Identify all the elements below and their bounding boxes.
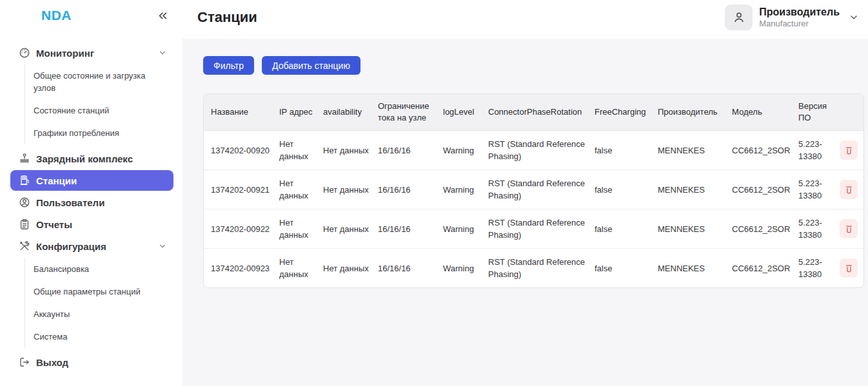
column-header: Производитель: [655, 94, 729, 131]
table-cell: Warning: [440, 131, 485, 170]
column-header: FreeCharging: [591, 94, 655, 131]
table-header: НазваниеIP адресavailabilityОграничение …: [204, 94, 864, 131]
table-cell: RST (Standard Reference Phasing): [485, 170, 591, 209]
sidebar-item-monitoring[interactable]: Мониторинг: [10, 43, 173, 63]
sidebar-item-stations[interactable]: Станции: [10, 170, 173, 191]
column-header: logLevel: [440, 94, 485, 131]
stations-table: НазваниеIP адресavailabilityОграничение …: [204, 94, 864, 287]
sidebar-item-label: Станции: [36, 175, 77, 186]
table-cell: 5.223-13380: [795, 249, 833, 287]
table-cell: 1374202-00921: [204, 170, 276, 209]
logout-icon: [19, 356, 30, 368]
table-cell: Нет данных: [276, 170, 320, 209]
column-header: Ограничение тока на узле: [375, 94, 440, 131]
sidebar-subitem[interactable]: Общие параметры станций: [34, 280, 159, 303]
table-row: 1374202-00923Нет данныхНет данных16/16/1…: [204, 249, 864, 287]
table-cell: Нет данных: [276, 131, 320, 170]
sidebar-nav: Мониторинг Общее состояние и загрузка уз…: [0, 26, 182, 372]
sidebar-subitem[interactable]: Графики потребления: [34, 122, 159, 144]
sidebar-item-label: Зарядный комплекс: [36, 153, 133, 164]
sidebar-subitem[interactable]: Общее состояние и загрузка узлов: [34, 64, 159, 99]
content-area: Фильтр Добавить станцию НазваниеIP адрес…: [182, 39, 868, 386]
table-cell: Нет данных: [276, 209, 320, 249]
add-station-button[interactable]: Добавить станцию: [262, 56, 360, 75]
column-header-actions: [833, 94, 864, 131]
column-header: Версия ПО: [795, 94, 833, 131]
avatar: [725, 5, 753, 30]
user-circle-icon: [19, 197, 30, 208]
table-cell: 16/16/16: [375, 131, 440, 170]
table-cell: Warning: [440, 249, 485, 287]
delete-station-button[interactable]: [840, 180, 858, 199]
sidebar-item-label: Мониторинг: [36, 48, 94, 59]
table-cell: 5.223-13380: [795, 209, 833, 249]
sidebar-item-users[interactable]: Пользователи: [10, 192, 173, 213]
trash-icon: [844, 224, 854, 234]
top-bar: Станции Производитель Manufacturer: [182, 0, 868, 39]
delete-station-button[interactable]: [840, 258, 858, 278]
chevron-down-icon[interactable]: [849, 12, 859, 23]
chevron-down-icon: [158, 242, 167, 251]
table-cell: false: [591, 170, 655, 209]
actions-cell: [833, 209, 864, 249]
collapse-sidebar-icon[interactable]: [157, 10, 168, 21]
app-root: NDA Мониторинг Общее состояние и загрузк…: [0, 0, 868, 386]
table-cell: MENNEKES: [655, 209, 729, 249]
column-header: Название: [204, 94, 276, 131]
tools-icon: [19, 240, 30, 252]
table-cell: RST (Standard Reference Phasing): [485, 131, 591, 170]
table-row: 1374202-00920Нет данныхНет данных16/16/1…: [204, 131, 864, 170]
column-header: ConnectorPhaseRotation: [485, 94, 591, 131]
table-cell: MENNEKES: [655, 131, 729, 170]
user-info: Производитель Manufacturer: [759, 6, 840, 29]
configuration-subitems: БалансировкаОбщие параметры станцийАккау…: [25, 258, 173, 348]
delete-station-button[interactable]: [840, 140, 858, 160]
table-cell: CC6612_2SOR: [729, 209, 795, 249]
sidebar-item-charging-complex[interactable]: Зарядный комплекс: [10, 148, 173, 169]
toolbar: Фильтр Добавить станцию: [203, 56, 864, 75]
gauge-icon: [19, 47, 30, 59]
table-cell: false: [591, 131, 655, 170]
user-menu[interactable]: Производитель Manufacturer: [725, 5, 859, 30]
table-cell: 5.223-13380: [795, 131, 833, 170]
table-cell: 1374202-00923: [204, 249, 276, 287]
sidebar-item-reports[interactable]: Отчеты: [10, 214, 173, 235]
sidebar-subitem[interactable]: Система: [34, 325, 159, 348]
actions-cell: [833, 170, 864, 209]
table-cell: CC6612_2SOR: [729, 170, 795, 209]
actions-cell: [833, 131, 864, 170]
table-cell: MENNEKES: [655, 249, 729, 287]
sidebar-item-label: Отчеты: [36, 219, 72, 230]
user-role: Manufacturer: [759, 19, 840, 29]
table-cell: 1374202-00922: [204, 209, 276, 249]
table-cell: 5.223-13380: [795, 170, 833, 209]
clipboard-icon: [19, 218, 30, 230]
chevron-down-icon: [158, 48, 167, 57]
charging-station-icon: [19, 175, 30, 186]
sidebar-subitem[interactable]: Состояние станций: [34, 99, 159, 122]
table-cell: Warning: [440, 170, 485, 209]
table-cell: Нет данных: [276, 249, 320, 287]
monitoring-subitems: Общее состояние и загрузка узловСостояни…: [25, 64, 173, 144]
table-cell: Нет данных: [320, 249, 375, 287]
charging-complex-icon: [19, 153, 30, 164]
table-cell: false: [591, 209, 655, 249]
sidebar-item-configuration[interactable]: Конфигурация: [10, 236, 173, 256]
table-cell: Нет данных: [320, 131, 375, 170]
column-header: IP адрес: [276, 94, 320, 131]
table-cell: false: [591, 249, 655, 287]
delete-station-button[interactable]: [840, 219, 858, 238]
stations-table-container: НазваниеIP адресavailabilityОграничение …: [203, 93, 864, 288]
trash-icon: [844, 146, 854, 155]
sidebar: NDA Мониторинг Общее состояние и загрузк…: [0, 0, 182, 386]
sidebar-subitem[interactable]: Балансировка: [34, 258, 159, 280]
table-cell: RST (Standard Reference Phasing): [485, 249, 591, 287]
table-cell: RST (Standard Reference Phasing): [485, 209, 591, 249]
sidebar-subitem[interactable]: Аккаунты: [34, 303, 159, 325]
filter-button[interactable]: Фильтр: [203, 56, 254, 75]
main-area: Станции Производитель Manufacturer Фильт…: [182, 0, 868, 386]
table-cell: 16/16/16: [375, 249, 440, 287]
sidebar-item-logout[interactable]: Выход: [10, 352, 173, 372]
app-logo[interactable]: NDA: [41, 8, 72, 23]
sidebar-item-label: Конфигурация: [36, 241, 106, 252]
